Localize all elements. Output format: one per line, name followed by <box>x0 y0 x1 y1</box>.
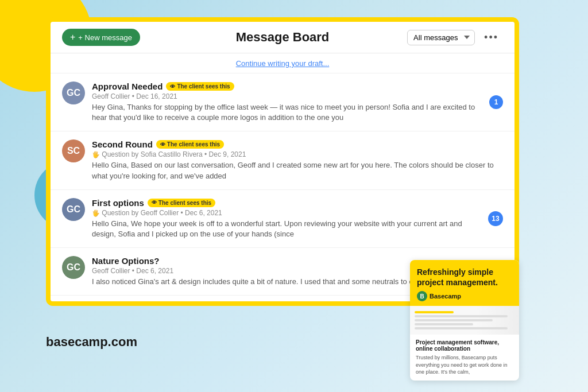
avatar: SC <box>62 139 85 162</box>
avatar: GC <box>62 198 85 221</box>
ad-screenshot <box>410 306 519 335</box>
message-title-row: Approval Needed The client sees this <box>92 81 482 91</box>
avatar: GC <box>62 256 85 279</box>
message-title-row: First options The client sees this <box>92 198 481 208</box>
message-meta: 🖐 Question by Geoff Collier • Dec 6, 202… <box>92 209 481 217</box>
toolbar-right: All messages For clients Internal only •… <box>407 29 503 46</box>
new-message-label: + New message <box>78 33 132 42</box>
message-item[interactable]: GC First options The client sees this 🖐 … <box>51 190 514 248</box>
unread-badge: 1 <box>489 95 503 109</box>
message-preview: Hello Gina, Based on our last conversati… <box>92 160 503 181</box>
question-emoji: 🖐 <box>92 151 100 158</box>
ad-card: Refreshingly simple project management. … <box>410 260 519 381</box>
message-filter-select[interactable]: All messages For clients Internal only <box>407 30 475 45</box>
message-title: Nature Options? <box>92 256 160 266</box>
message-title: Second Round <box>92 139 153 149</box>
draft-link[interactable]: Continue writing your draft... <box>236 59 330 68</box>
message-title: Approval Needed <box>92 81 163 91</box>
message-body: Second Round The client sees this 🖐 Ques… <box>92 139 503 181</box>
message-body: Approval Needed The client sees this Geo… <box>92 81 482 123</box>
ad-header: Refreshingly simple project management. … <box>410 260 519 306</box>
message-title-row: Second Round The client sees this <box>92 139 503 149</box>
message-preview: Hey Gina, Thanks for stopping by the off… <box>92 102 482 123</box>
message-preview: Hello Gina, We hope your week is off to … <box>92 219 481 239</box>
ad-headline: Refreshingly simple project management. <box>417 267 512 288</box>
message-item[interactable]: GC Approval Needed The client sees this … <box>51 73 514 131</box>
question-emoji: 🖐 <box>92 209 100 216</box>
message-meta: 🖐 Question by Sofia Castillo Rivera • De… <box>92 150 503 158</box>
ad-logo-text: Basecamp <box>430 292 461 300</box>
client-badge: The client sees this <box>156 140 224 149</box>
avatar: GC <box>62 81 85 104</box>
ad-body: Project management software, online coll… <box>410 335 519 381</box>
client-badge: The client sees this <box>148 199 215 207</box>
draft-bar: Continue writing your draft... <box>51 53 514 73</box>
unread-badge: 13 <box>488 211 503 226</box>
message-title: First options <box>92 198 144 208</box>
new-message-button[interactable]: + + New message <box>62 29 140 46</box>
page-title: Message Board <box>236 30 330 45</box>
client-badge: The client sees this <box>166 82 234 91</box>
site-footer-text: basecamp.com <box>46 335 137 350</box>
toolbar: + + New message Message Board All messag… <box>51 22 514 53</box>
more-options-button[interactable]: ••• <box>479 29 503 46</box>
ad-description: Trusted by millions, Basecamp puts every… <box>416 354 513 376</box>
ad-logo: B Basecamp <box>417 291 512 301</box>
message-item[interactable]: SC Second Round The client sees this 🖐 Q… <box>51 131 514 189</box>
message-meta: Geoff Collier • Dec 16, 2021 <box>92 92 482 100</box>
ad-tagline: Project management software, online coll… <box>416 339 513 352</box>
message-body: First options The client sees this 🖐 Que… <box>92 198 481 239</box>
plus-icon: + <box>70 32 75 42</box>
basecamp-logo-icon: B <box>417 291 427 301</box>
